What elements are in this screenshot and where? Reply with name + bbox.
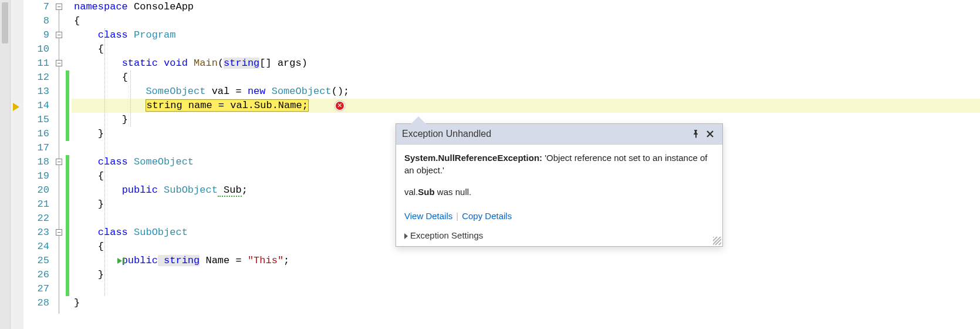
keyword: class bbox=[98, 156, 128, 167]
keyword: public bbox=[122, 184, 158, 196]
code-line[interactable]: { bbox=[72, 70, 980, 85]
expand-triangle-icon bbox=[404, 233, 408, 239]
line-number: 19 bbox=[23, 169, 49, 183]
copy-details-link[interactable]: Copy Details bbox=[462, 211, 512, 221]
string-literal: "This" bbox=[248, 255, 283, 266]
exception-helper-popup[interactable]: Exception Unhandled System.NullReference… bbox=[396, 123, 723, 247]
line-number: 14 bbox=[23, 99, 49, 113]
namespace-name: ConsoleApp bbox=[134, 1, 194, 12]
fold-toggle-icon[interactable]: − bbox=[56, 32, 62, 38]
line-number: 9 bbox=[23, 28, 49, 42]
fold-toggle-icon[interactable]: − bbox=[56, 60, 62, 66]
line-number: 17 bbox=[23, 141, 49, 155]
link-separator: | bbox=[452, 211, 462, 221]
exception-popup-body: System.NullReferenceException: 'Object r… bbox=[396, 145, 722, 211]
field-name: Sub bbox=[218, 184, 242, 197]
exception-links: View Details|Copy Details bbox=[396, 211, 722, 227]
resize-grip-icon[interactable] bbox=[713, 237, 721, 245]
change-marker bbox=[66, 155, 69, 296]
view-details-link[interactable]: View Details bbox=[404, 211, 452, 221]
exception-settings-label: Exception Settings bbox=[410, 230, 483, 240]
code-area[interactable]: namespace ConsoleApp { class Program { s… bbox=[72, 0, 980, 329]
exception-message: System.NullReferenceException: 'Object r… bbox=[404, 152, 714, 176]
run-to-click-bar-icon bbox=[123, 257, 124, 264]
overview-ruler[interactable] bbox=[0, 0, 11, 329]
exception-popup-title: Exception Unhandled bbox=[402, 129, 688, 139]
code-line[interactable]: } bbox=[72, 296, 980, 310]
code-line[interactable]: class Program bbox=[72, 28, 980, 42]
current-statement-arrow-icon bbox=[13, 103, 19, 111]
code-line[interactable]: { bbox=[72, 14, 980, 28]
line-number: 21 bbox=[23, 197, 49, 212]
line-number: 26 bbox=[23, 268, 49, 282]
code-editor[interactable]: 7891011121314151617181920212223242526272… bbox=[0, 0, 980, 329]
keyword: new bbox=[248, 86, 266, 97]
code-line[interactable]: namespace ConsoleApp bbox=[72, 0, 980, 14]
line-number: 22 bbox=[23, 212, 49, 226]
line-number: 16 bbox=[23, 127, 49, 141]
method-name: Main bbox=[194, 58, 218, 69]
code-line[interactable]: string name = val.Sub.Name; bbox=[72, 99, 980, 113]
run-to-click-icon[interactable] bbox=[117, 258, 122, 264]
type-name: SomeObject bbox=[134, 156, 194, 167]
exception-settings-expander[interactable]: Exception Settings bbox=[396, 227, 722, 246]
line-number: 24 bbox=[23, 240, 49, 254]
keyword: void bbox=[164, 58, 188, 69]
line-number: 12 bbox=[23, 70, 49, 85]
line-number: 10 bbox=[23, 42, 49, 56]
type-name: SubObject bbox=[134, 227, 188, 238]
code-line[interactable] bbox=[72, 282, 980, 296]
keyword: string bbox=[158, 255, 200, 266]
pin-icon[interactable] bbox=[690, 127, 702, 140]
line-number: 13 bbox=[23, 85, 49, 99]
code-line[interactable]: public string Name = "This"; bbox=[72, 254, 980, 268]
error-icon[interactable] bbox=[334, 100, 345, 111]
type-name: Program bbox=[134, 29, 175, 41]
fold-toggle-icon[interactable]: − bbox=[56, 159, 62, 165]
keyword: class bbox=[98, 227, 128, 238]
current-statement-highlight: string name = val.Sub.Name; bbox=[146, 99, 308, 112]
line-number: 28 bbox=[23, 296, 49, 310]
keyword: class bbox=[98, 29, 128, 41]
exception-null-detail: val.Sub was null. bbox=[404, 187, 714, 197]
exception-popup-header[interactable]: Exception Unhandled bbox=[396, 124, 722, 145]
fold-toggle-icon[interactable]: − bbox=[56, 229, 62, 236]
keyword: string bbox=[224, 58, 259, 69]
breakpoint-margin[interactable] bbox=[11, 0, 23, 329]
line-number-gutter: 7891011121314151617181920212223242526272… bbox=[23, 0, 53, 329]
outlining-margin[interactable]: −−−−− bbox=[53, 0, 66, 329]
field-name: Name bbox=[200, 255, 235, 266]
keyword: static bbox=[122, 58, 158, 69]
keyword: namespace bbox=[74, 1, 128, 12]
line-number: 20 bbox=[23, 183, 49, 197]
line-number: 7 bbox=[23, 0, 49, 14]
code-line[interactable]: static void Main(string[] args) bbox=[72, 56, 980, 70]
change-marker bbox=[66, 70, 69, 141]
close-icon[interactable] bbox=[704, 127, 717, 140]
fold-toggle-icon[interactable]: − bbox=[56, 4, 62, 10]
popup-callout-tip-icon bbox=[411, 116, 426, 124]
code-line[interactable]: SomeObject val = new SomeObject(); bbox=[72, 85, 980, 99]
type-name: SubObject bbox=[158, 184, 218, 196]
line-number: 15 bbox=[23, 113, 49, 127]
keyword: public bbox=[122, 255, 158, 266]
line-number: 11 bbox=[23, 56, 49, 70]
line-number: 18 bbox=[23, 155, 49, 169]
type-name: SomeObject bbox=[146, 86, 205, 97]
code-line[interactable]: } bbox=[72, 268, 980, 282]
line-number: 23 bbox=[23, 226, 49, 240]
line-number: 8 bbox=[23, 14, 49, 28]
exception-type: System.NullReferenceException: bbox=[404, 153, 542, 163]
type-name: SomeObject bbox=[265, 86, 331, 97]
change-tracking-margin bbox=[66, 0, 72, 329]
code-line[interactable]: { bbox=[72, 42, 980, 56]
line-number: 27 bbox=[23, 282, 49, 296]
line-number: 25 bbox=[23, 254, 49, 268]
